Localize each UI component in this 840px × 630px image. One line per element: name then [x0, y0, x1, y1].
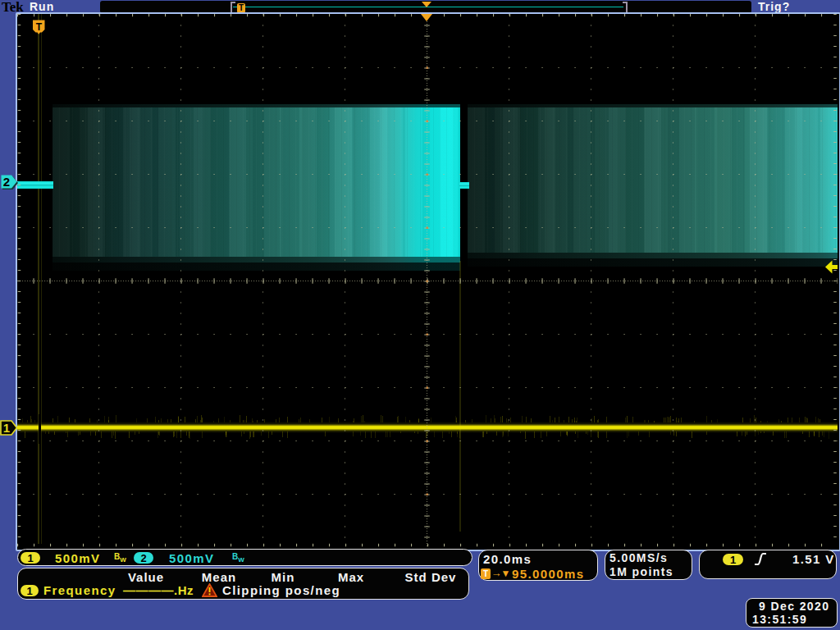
date-text: 9 Dec 2020	[759, 600, 829, 613]
record-center-triangle-icon	[422, 2, 431, 7]
trigger-position-flag: T	[32, 19, 47, 35]
top-status-bar: Tek Run T Trig?	[0, 0, 840, 13]
time-text: 13:51:59	[752, 613, 807, 626]
trigger-status: Trig?	[758, 0, 790, 13]
oscilloscope-screen: Tek Run T Trig? T 2 1 1 500mV BW 2 500mV…	[0, 0, 840, 630]
trigger-level: 1.51 V	[792, 552, 835, 566]
sample-rate: 5.00MS/s	[609, 551, 668, 564]
meas-value: ————.Hz	[123, 583, 194, 597]
timebase-scale: 20.0ms	[483, 552, 532, 566]
ch2-position-marker: 2	[0, 173, 20, 191]
meas-col-stddev: Std Dev	[405, 570, 457, 584]
meas-col-value: Value	[128, 570, 164, 584]
ch1-bandwidth-icon: BW	[114, 552, 126, 564]
ch1-badge: 1	[21, 552, 40, 564]
svg-text:2: 2	[3, 175, 10, 189]
ch2-scale: 500mV	[169, 551, 214, 565]
record-length: 1M points	[609, 565, 673, 578]
warning-icon	[202, 583, 217, 597]
delay-trigger-icon: T	[481, 568, 491, 579]
acquisition-status: Run	[30, 0, 54, 13]
svg-text:T: T	[36, 21, 43, 33]
ch2-badge: 2	[134, 552, 153, 564]
trigger-source-badge: 1	[723, 554, 743, 566]
meas-warning-text: Clipping pos/neg	[222, 583, 340, 597]
ch2-bandwidth-icon: BW	[232, 552, 244, 564]
ch1-scale: 500mV	[55, 551, 100, 565]
edge-trigger-icon	[754, 551, 767, 567]
ch1-position-marker: 1	[0, 418, 20, 438]
waveform-display: T	[17, 14, 838, 547]
graticule-grid	[17, 14, 838, 547]
meas-name: Frequency	[43, 583, 116, 597]
meas-source-badge: 1	[21, 585, 39, 597]
trigger-level-arrow	[824, 260, 838, 275]
record-view-bar: T	[100, 1, 751, 13]
meas-col-mean: Mean	[202, 570, 236, 584]
trigger-time-triangle-icon	[421, 14, 432, 21]
svg-text:1: 1	[3, 421, 10, 435]
meas-col-min: Min	[272, 570, 295, 584]
meas-col-max: Max	[338, 570, 364, 584]
